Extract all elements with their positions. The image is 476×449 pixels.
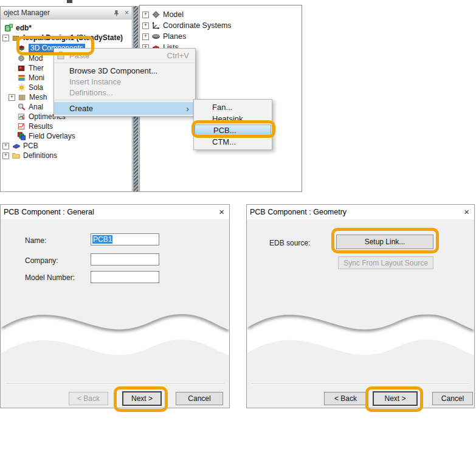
- tree-item-pcb[interactable]: + PCB: [1, 141, 132, 151]
- tree-label: Planes: [163, 32, 186, 41]
- back-button-label: < Back: [334, 394, 357, 403]
- tree-label: Coordinate Systems: [163, 21, 232, 30]
- menu-separator: [55, 63, 195, 63]
- dialog-pcb-general: PCB Component : General × Name: PCB1 Com…: [0, 204, 230, 408]
- close-panel-icon[interactable]: ×: [125, 9, 129, 16]
- menu-item-browse-3d-component[interactable]: Browse 3D Component...: [54, 65, 195, 76]
- annotation-ring-setup-link: [331, 228, 439, 253]
- sync-button-label: Sync From Layout Source: [343, 259, 428, 267]
- dialog-title: PCB Component : General: [4, 208, 94, 216]
- tree-item-field-overlays[interactable]: Field Overlays: [1, 131, 132, 141]
- menu-item-label: Create: [69, 104, 93, 113]
- pin-icon[interactable]: [113, 10, 120, 16]
- torn-screenshot-wave: [1, 296, 229, 375]
- monitor-icon: [17, 74, 26, 82]
- button-separator: [5, 383, 224, 385]
- solar-icon: [17, 83, 26, 92]
- tree-label: Field Overlays: [29, 132, 75, 140]
- edb-icon: [4, 24, 13, 32]
- analysis-icon: [17, 103, 26, 111]
- dialog-titlebar: PCB Component : General: [1, 205, 229, 219]
- edb-source-label: EDB source:: [269, 239, 310, 247]
- pcb-icon: [12, 142, 21, 150]
- annotation-ring-next-general: [114, 386, 168, 412]
- optimetrics-icon: [17, 112, 26, 121]
- tree-label: Anal: [29, 103, 43, 111]
- back-button-label: < Back: [77, 394, 100, 403]
- tree-item-results[interactable]: Results: [1, 122, 132, 131]
- planes-icon: [151, 32, 160, 41]
- panel-bottom-border: [0, 191, 302, 192]
- menu-item-label: CTM...: [212, 137, 236, 146]
- torn-screenshot-wave: [247, 296, 474, 375]
- context-menu: Paste Ctrl+V Browse 3D Component... Inse…: [53, 48, 196, 117]
- company-input[interactable]: [91, 253, 159, 266]
- model-3d-icon: [151, 10, 160, 19]
- collapse-icon[interactable]: -: [2, 35, 9, 41]
- menu-item-label: Fan...: [212, 103, 232, 112]
- menu-item-insert-instance[interactable]: Insert Instance: [54, 76, 195, 87]
- menu-item-label: Insert Instance: [69, 77, 121, 86]
- menu-separator: [55, 100, 195, 100]
- name-label: Name:: [25, 236, 46, 245]
- cancel-button-label: Cancel: [188, 394, 210, 403]
- folder-icon: [12, 151, 21, 160]
- tree-label: Model: [163, 10, 184, 19]
- menu-item-label: Definitions...: [69, 88, 113, 97]
- tree-label: Mod: [29, 54, 43, 63]
- tree-label: Definitions: [23, 151, 57, 160]
- model-tree: + Model + Coordinate Systems +: [140, 5, 302, 53]
- thermal-icon: [17, 64, 26, 72]
- tree-item-coordinate-systems[interactable]: + Coordinate Systems: [140, 20, 302, 31]
- tree-label: edb*: [16, 24, 32, 32]
- expand-icon[interactable]: +: [142, 22, 149, 29]
- menu-item-create[interactable]: Create ›: [54, 102, 195, 115]
- close-icon[interactable]: ×: [464, 207, 469, 217]
- annotation-ring-pcb-menu: [191, 120, 275, 138]
- expand-icon[interactable]: +: [142, 33, 149, 40]
- tree-item-model[interactable]: + Model: [140, 9, 302, 20]
- model-icon: [17, 54, 26, 63]
- expand-icon[interactable]: +: [142, 12, 149, 18]
- tree-label: Moni: [29, 74, 44, 82]
- dialog-title: PCB Component : Geometry: [250, 208, 347, 216]
- close-icon[interactable]: ×: [219, 207, 224, 217]
- expand-icon[interactable]: +: [9, 94, 15, 101]
- name-input[interactable]: PCB1: [91, 233, 159, 245]
- model-number-label: Model Number:: [25, 273, 75, 282]
- dialog-titlebar: PCB Component : Geometry: [247, 205, 474, 219]
- tree-item-edb[interactable]: edb*: [1, 23, 132, 33]
- model-number-input[interactable]: [91, 271, 159, 283]
- results-icon: [17, 122, 26, 131]
- tree-item-definitions[interactable]: + Definitions: [1, 151, 132, 160]
- field-overlays-icon: [17, 132, 26, 140]
- submenu-arrow-icon: ›: [186, 104, 189, 114]
- tree-label: Sola: [29, 83, 43, 92]
- ui-artifact: [67, 0, 72, 3]
- menu-item-definitions[interactable]: Definitions...: [54, 87, 195, 98]
- expand-icon[interactable]: +: [2, 153, 9, 159]
- tree-item-planes[interactable]: + Planes: [140, 31, 302, 42]
- tree-label: Mesh: [29, 93, 47, 101]
- screenshot-canvas: oject Manager × edb* -: [0, 0, 476, 449]
- cancel-button[interactable]: Cancel: [432, 392, 473, 405]
- project-manager-titlebar: oject Manager ×: [1, 7, 132, 19]
- sync-from-layout-source-button[interactable]: Sync From Layout Source: [338, 256, 433, 269]
- mesh-icon: [18, 93, 27, 101]
- cancel-button[interactable]: Cancel: [176, 392, 223, 405]
- project-manager-title: oject Manager: [4, 9, 50, 17]
- back-button[interactable]: < Back: [69, 392, 108, 405]
- tree-label: Results: [29, 122, 53, 131]
- tree-label: Ther: [29, 64, 44, 72]
- button-separator: [252, 383, 469, 385]
- expand-icon[interactable]: +: [2, 143, 9, 149]
- coordinate-systems-icon: [151, 21, 160, 30]
- submenu-item-fan[interactable]: Fan...: [194, 101, 272, 113]
- menu-item-label: Browse 3D Component...: [69, 66, 157, 75]
- menu-shortcut: Ctrl+V: [167, 51, 189, 60]
- annotation-ring-3d-components: [16, 36, 94, 55]
- company-label: Company:: [25, 256, 58, 265]
- cancel-button-label: Cancel: [441, 394, 464, 403]
- name-value: PCB1: [92, 235, 112, 244]
- back-button[interactable]: < Back: [324, 392, 367, 405]
